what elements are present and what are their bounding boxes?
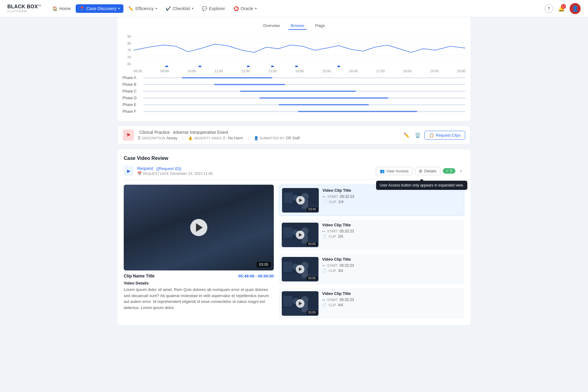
clip-value-3: 3/4: [338, 269, 343, 273]
clip-label-3: CLIP: [329, 269, 336, 273]
sidebar-item-case-discovery[interactable]: 📍 Case Discovery ▾: [76, 4, 123, 13]
start-value-4: 05:32:23: [340, 298, 354, 302]
phase-c-track: [143, 91, 466, 92]
request-title: Request {{Request ID}}: [137, 166, 376, 171]
date-value: December 23, 2023 11:00: [170, 172, 213, 176]
clip-count-row-3: 📄 CLIP 3/4: [322, 269, 461, 273]
phase-c-label: Phase C: [123, 89, 141, 93]
logo-platform: PLATFORM: [7, 10, 41, 13]
user-access-label: User Access: [386, 169, 409, 173]
efficiency-icon: ✏️: [128, 6, 134, 11]
main-content: Overview Browse Flags 90 80 75 70 65: [110, 17, 478, 337]
users-icon: 👥: [380, 169, 385, 173]
clip-title-1: Video Clip Title: [322, 188, 461, 193]
clip-title-2: Video Clip Title: [322, 223, 461, 227]
clip-item-2[interactable]: 03:05 Video Clip Title ↦ START 05:32:23 …: [279, 220, 464, 250]
description-icon: ☰: [138, 136, 141, 140]
video-info: Clip Name Title 05:49:00 - 05:50:00 Vide…: [124, 273, 274, 311]
clip-item-3[interactable]: 03:05 Video Clip Title ↦ START 05:32:23 …: [279, 254, 464, 285]
svg-point-6: [198, 66, 202, 67]
avatar[interactable]: 👤: [570, 3, 581, 14]
video-player[interactable]: 03:05: [124, 185, 274, 270]
svg-rect-14: [133, 206, 151, 220]
line-chart: [134, 33, 466, 67]
request-clips-button[interactable]: 📋 Request Clips: [424, 131, 465, 140]
clip-value-1: 1/4: [338, 200, 343, 204]
sidebar-item-explorer[interactable]: 💬 Explorer: [198, 4, 228, 13]
clip-play-icon-2: [296, 231, 304, 239]
start-icon-2: ↦: [322, 229, 325, 233]
sidebar-item-oracle[interactable]: ⭕ Oracle ▾: [230, 4, 260, 13]
flag-symbol: ⚑: [126, 132, 130, 138]
clip-info-4: Video Clip Title ↦ START 05:32:23 📄 CLIP…: [322, 291, 461, 316]
video-details-heading: Video Details: [124, 281, 274, 285]
x-label-1400: 14:00: [295, 69, 304, 73]
video-description: Lorem ipsum dolor sit amet. Rem Quis dol…: [124, 287, 274, 311]
start-value-2: 05:32:23: [340, 229, 354, 233]
clip-play-icon-1: [296, 196, 305, 205]
clip-meta-3: ↦ START 05:32:23 📄 CLIP 3/4: [322, 263, 461, 273]
phase-a-bar: [182, 77, 272, 78]
tab-overview[interactable]: Overview: [261, 22, 282, 30]
start-icon-3: ↦: [322, 263, 325, 268]
y-label-70: 70: [123, 55, 131, 59]
notification-button[interactable]: 🔔 17: [558, 5, 565, 12]
nav-label-checklist: Checklist: [173, 6, 190, 11]
phases-section: Phase A Phase B Phase C Phase D: [123, 75, 466, 114]
svg-line-28: [167, 221, 174, 230]
sidebar-item-efficiency[interactable]: ✏️ Efficiency ▾: [125, 4, 161, 13]
clip-count-row-2: 📄 CLIP 2/4: [322, 234, 461, 239]
nav-label-oracle: Oracle: [241, 6, 253, 11]
explorer-icon: 💬: [202, 6, 207, 11]
y-label-65: 65: [123, 62, 131, 66]
section-title: Case Video Review: [124, 156, 464, 161]
logo-badge: 90: [38, 4, 41, 7]
sidebar-item-checklist[interactable]: ✔️ Checklist ▾: [162, 4, 197, 13]
help-button[interactable]: ?: [545, 4, 553, 13]
severity-value: 2 - No Harm: [223, 136, 243, 140]
y-label-75: 75: [123, 48, 131, 52]
svg-line-25: [220, 220, 226, 229]
clip-name-row: Clip Name Title 05:49:00 - 05:50:00: [124, 273, 274, 278]
svg-point-31: [236, 202, 244, 210]
clip-item-4[interactable]: 03:05 Video Clip Title ↦ START 05:32:23 …: [279, 288, 464, 319]
avatar-placeholder: 👤: [572, 5, 579, 12]
count-badge: ✓ 5: [443, 168, 455, 174]
details-button[interactable]: ⊞ Details: [415, 167, 440, 175]
request-label: Request: [137, 166, 153, 171]
x-label-1600: 16:00: [349, 69, 358, 73]
edit-flag-button[interactable]: ✏️: [402, 131, 411, 139]
phase-a-track: [143, 77, 466, 78]
phase-row-e: Phase E: [123, 102, 466, 107]
severity-label: SEVERITY INDEX: [194, 136, 222, 140]
nav-items: 🏠 Home 📍 Case Discovery ▾ ✏️ Efficiency …: [49, 4, 545, 13]
delete-flag-button[interactable]: 🗑️: [413, 131, 422, 139]
clip-item-1[interactable]: 03:05 Video Clip Title ↦ START 05:32:23 …: [279, 185, 464, 216]
expand-button[interactable]: ›: [458, 167, 464, 175]
start-icon-1: ↦: [322, 194, 326, 199]
flag-type: Clinical Practice: [139, 130, 170, 135]
y-label-80: 80: [123, 42, 131, 45]
y-axis-labels: 90 80 75 70 65: [123, 33, 131, 67]
phase-b-label: Phase B: [123, 82, 141, 87]
sidebar-item-home[interactable]: 🏠 Home: [49, 4, 74, 13]
flag-submitted: 👤 SUBMITTED BY OR Staff: [254, 136, 300, 140]
clip-icon-3: 📄: [322, 269, 327, 273]
video-time-overlay: 03:05: [257, 262, 271, 267]
request-id: {{Request ID}}: [156, 166, 181, 171]
nav-right: ? 🔔 17 👤: [545, 3, 581, 14]
x-label-1300: 13:00: [268, 69, 277, 73]
chart-section: Overview Browse Flags 90 80 75 70 65: [118, 17, 470, 121]
svg-point-5: [165, 66, 168, 67]
user-access-button[interactable]: 👥 User Access: [376, 167, 413, 175]
tab-browse[interactable]: Browse: [288, 22, 307, 30]
clip-thumb-3: 03:05: [282, 257, 318, 281]
phase-row-b: Phase B: [123, 82, 466, 87]
phase-f-label: Phase F: [123, 109, 141, 114]
phase-f-track: [143, 111, 466, 112]
video-play-button[interactable]: [190, 219, 207, 236]
nav-label-explorer: Explorer: [209, 6, 225, 11]
count-value: 5: [450, 169, 452, 173]
tab-flags[interactable]: Flags: [313, 22, 327, 30]
description-value: Airway: [166, 136, 177, 140]
